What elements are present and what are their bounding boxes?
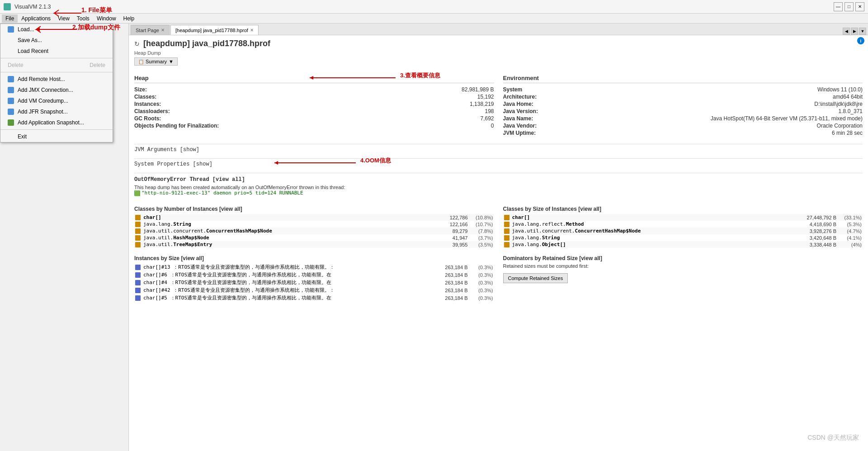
instance-name-13: char[]#13 ：RTOS通常是专业且资源密集型的，与通用操作系统相比，功能… bbox=[143, 264, 429, 271]
compute-retained-sizes-button[interactable]: Compute Retained Sizes bbox=[503, 273, 568, 283]
heap-gcroots-row: GC Roots: 7,692 bbox=[134, 115, 494, 122]
size-icon-object bbox=[504, 242, 509, 247]
class-name-hashmap: java.util.HashMap$Node bbox=[143, 235, 425, 241]
summary-dropdown-icon: ▼ bbox=[169, 59, 174, 64]
menu-applications[interactable]: Applications bbox=[18, 14, 54, 23]
size-pct-method: (5.3%) bbox=[839, 222, 862, 227]
menu-item-addremote[interactable]: Add Remote Host... bbox=[0, 74, 113, 85]
menu-tools[interactable]: Tools bbox=[73, 14, 93, 23]
env-javaversion-row: Java Version: 1.8.0_371 bbox=[503, 108, 863, 115]
size-count-object: 3,338,448 B bbox=[796, 242, 836, 247]
tab-startpage[interactable]: Start Page ✕ bbox=[131, 25, 170, 35]
env-javavendor-row: Java Vendor: Oracle Corporation bbox=[503, 122, 863, 129]
oom-title: OutOfMemoryError Thread [view all] bbox=[134, 176, 863, 183]
menu-item-saveas[interactable]: Save As... bbox=[0, 35, 113, 46]
class-row-char[interactable]: char[] 122,786 (10.8%) bbox=[134, 214, 494, 221]
class-row-hashmap[interactable]: java.util.HashMap$Node 41,947 (3.7%) bbox=[134, 234, 494, 241]
heap-pending-label: Objects Pending for Finalization: bbox=[134, 123, 219, 129]
title-bar-left: VisualVM 2.1.3 bbox=[4, 3, 51, 10]
menu-item-exit[interactable]: Exit bbox=[0, 131, 113, 142]
file-menu-dropdown: Load... Save As... Load Recent Delete De… bbox=[0, 24, 113, 142]
maximize-button[interactable]: □ bbox=[844, 2, 854, 11]
instance-icon-4 bbox=[135, 280, 141, 285]
coredump-icon bbox=[8, 98, 14, 104]
tab-heapdump-close[interactable]: ✕ bbox=[250, 28, 254, 33]
class-pct-char: (10.8%) bbox=[471, 215, 493, 220]
instance-pct-13: (0.3%) bbox=[471, 265, 493, 270]
size-pct-string: (4.1%) bbox=[839, 235, 862, 241]
menu-help[interactable]: Help bbox=[120, 14, 138, 23]
env-javavendor-label: Java Vendor: bbox=[503, 123, 537, 129]
instance-row-5[interactable]: char[]#5 ：RTOS通常是专业且资源密集型的，与通用操作系统相比，功能有… bbox=[134, 294, 494, 302]
tab-nav-left[interactable]: ◀ bbox=[843, 28, 850, 35]
menu-item-addappsnapshot[interactable]: Add Application Snapshot... bbox=[0, 117, 113, 128]
summary-icon: 📋 bbox=[138, 59, 144, 64]
tab-startpage-close[interactable]: ✕ bbox=[161, 28, 165, 33]
size-row-char[interactable]: char[] 27,448,792 B (33.1%) bbox=[503, 214, 863, 221]
classes-by-size-title: Classes by Size of Instances [view all] bbox=[503, 206, 863, 212]
env-arch-label: Architecture: bbox=[503, 94, 537, 100]
env-javavendor-value: Oracle Corporation bbox=[817, 123, 863, 129]
info-icon[interactable]: i bbox=[857, 37, 864, 44]
size-name-object: java.lang.Object[] bbox=[512, 242, 793, 247]
instance-row-6[interactable]: char[]#6 ：RTOS通常是专业且资源密集型的，与通用操作系统相比，功能有… bbox=[134, 271, 494, 279]
menu-item-loadrecent[interactable]: Load Recent bbox=[0, 46, 113, 57]
tab-nav-down[interactable]: ▼ bbox=[859, 28, 866, 35]
heap-size-row: Size: 82,981,989 B bbox=[134, 86, 494, 93]
size-row-string[interactable]: java.lang.String 3,420,648 B (4.1%) bbox=[503, 234, 863, 241]
refresh-icon[interactable]: ↻ bbox=[134, 40, 140, 47]
size-name-method: java.lang.reflect.Method bbox=[512, 221, 793, 227]
instance-icon-13 bbox=[135, 265, 141, 270]
class-name-char: char[] bbox=[143, 214, 425, 220]
instance-pct-4: (0.3%) bbox=[471, 280, 493, 285]
heap-instances-value: 1,138,219 bbox=[470, 101, 494, 107]
close-button[interactable]: ✕ bbox=[855, 2, 864, 11]
class-row-string[interactable]: java.lang.String 122,166 (10.7%) bbox=[134, 221, 494, 228]
menu-file[interactable]: File bbox=[2, 14, 18, 23]
class-icon-char bbox=[135, 215, 141, 220]
jfr-icon bbox=[8, 109, 14, 115]
bottom-two-col: Classes by Number of Instances [view all… bbox=[134, 201, 863, 302]
env-jvmuptime-value: 6 min 28 sec bbox=[832, 130, 863, 136]
summary-button[interactable]: 📋 Summary ▼ bbox=[134, 57, 178, 66]
system-properties-row: System Properties [show] 4.OOM信息 bbox=[134, 158, 863, 169]
menu-item-load[interactable]: Load... bbox=[0, 24, 113, 35]
class-icon-hashmap bbox=[135, 235, 141, 241]
heap-dump-title: [heapdump] java_pid17788.hprof bbox=[143, 39, 270, 48]
menu-item-delete-left: Delete Delete bbox=[0, 60, 113, 71]
class-row-concmap[interactable]: java.util.concurrent.ConcurrentHashMap$N… bbox=[134, 228, 494, 234]
arrow-3-svg bbox=[296, 72, 405, 84]
menu-item-addcoredump[interactable]: Add VM Coredump... bbox=[0, 95, 113, 106]
menu-window[interactable]: Window bbox=[93, 14, 120, 23]
instance-size-6: 263,184 B bbox=[432, 272, 468, 278]
menu-item-addjmx[interactable]: Add JMX Connection... bbox=[0, 85, 113, 95]
instance-row-13[interactable]: char[]#13 ：RTOS通常是专业且资源密集型的，与通用操作系统相比，功能… bbox=[134, 263, 494, 271]
size-row-method[interactable]: java.lang.reflect.Method 4,418,690 B (5.… bbox=[503, 221, 863, 228]
instance-row-4[interactable]: char[]#4 ：RTOS通常是专业且资源密集型的，与通用操作系统相比，功能有… bbox=[134, 279, 494, 286]
classes-by-instances-section: Classes by Number of Instances [view all… bbox=[134, 206, 494, 248]
jmx-icon bbox=[8, 87, 14, 93]
tab-nav-right[interactable]: ▶ bbox=[851, 28, 858, 35]
size-icon-char bbox=[504, 215, 509, 220]
env-system-value: Windows 11 (10.0) bbox=[817, 86, 863, 93]
size-name-string: java.lang.String bbox=[512, 235, 793, 241]
instance-name-6: char[]#6 ：RTOS通常是专业且资源密集型的，与通用操作系统相比，功能有… bbox=[143, 271, 429, 278]
env-system-label: System bbox=[503, 86, 523, 93]
instance-name-4: char[]#4 ：RTOS通常是专业且资源密集型的，与通用操作系统相比，功能有… bbox=[143, 279, 429, 286]
menu-item-addjfr[interactable]: Add JFR Snapshot... bbox=[0, 106, 113, 117]
menu-view[interactable]: View bbox=[54, 14, 73, 23]
minimize-button[interactable]: — bbox=[834, 2, 843, 11]
class-icon-treemap bbox=[135, 242, 141, 247]
class-row-treemap[interactable]: java.util.TreeMap$Entry 39,955 (3.5%) bbox=[134, 241, 494, 248]
jvm-arguments-row: JVM Arguments [show] bbox=[134, 144, 863, 155]
size-row-object[interactable]: java.lang.Object[] 3,338,448 B (4%) bbox=[503, 241, 863, 248]
env-javaname-value: Java HotSpot(TM) 64-Bit Server VM (25.37… bbox=[711, 115, 863, 122]
tab-heapdump[interactable]: [heapdump] java_pid17788.hprof ✕ bbox=[170, 25, 259, 35]
title-bar-title: VisualVM 2.1.3 bbox=[14, 4, 51, 10]
instance-row-42[interactable]: char[]#42 ：RTOS通常是专业且资源密集型的，与通用操作系统相比，功能… bbox=[134, 286, 494, 294]
size-icon-string bbox=[504, 235, 509, 241]
size-row-concmap[interactable]: java.util.concurrent.ConcurrentHashMap$N… bbox=[503, 228, 863, 234]
size-count-string: 3,420,648 B bbox=[796, 235, 836, 241]
environment-column: Environment System Windows 11 (10.0) Arc… bbox=[503, 75, 863, 137]
heap-instances-row: Instances: 1,138,219 bbox=[134, 100, 494, 108]
